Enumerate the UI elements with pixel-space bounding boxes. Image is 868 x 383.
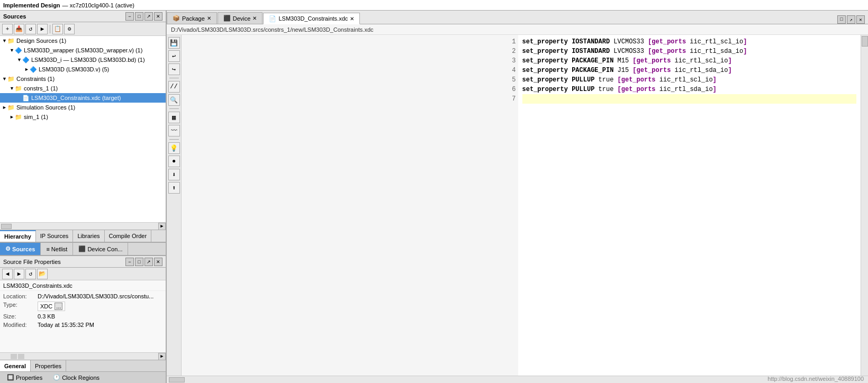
device-tab-icon: ⬛ (223, 15, 231, 22)
bottom-tab-netlist[interactable]: ≡ Netlist (41, 243, 73, 255)
code-line-7[interactable] (522, 94, 857, 104)
clock-regions-label: Clock Regions (62, 375, 100, 381)
vtool-wave-btn[interactable]: 〰 (168, 125, 180, 136)
code-line-1[interactable]: set_property IOSTANDARD LVCMOS33 [get_po… (522, 37, 857, 47)
code-area[interactable]: set_property IOSTANDARD LVCMOS33 [get_po… (518, 35, 861, 376)
editor-max-btn[interactable]: ↗ (847, 15, 855, 24)
h-scroll-thumb[interactable] (1, 224, 12, 229)
xdc-tab-close[interactable]: ✕ (350, 16, 354, 22)
sfp-fwd-btn[interactable]: ▶ (14, 269, 24, 279)
scroll-right-btn[interactable]: ▶ (158, 223, 166, 230)
sfp-filename: LSM303D_Constraints.xdc (0, 280, 166, 291)
tree-item[interactable]: ▼🔷LSM303D_i — LSM303D (LSM303D.bd) (1) (0, 55, 166, 65)
sfp-h-thumb[interactable] (11, 354, 17, 359)
tab-hierarchy[interactable]: Hierarchy (0, 230, 36, 242)
v-scroll-thumb[interactable] (862, 36, 868, 47)
tab-ip-sources[interactable]: IP Sources (36, 230, 74, 242)
sfp-min-btn[interactable]: − (125, 258, 134, 266)
code-line-5[interactable]: set_property PULLUP true [get_ports iic_… (522, 75, 857, 85)
app-title: Implemented Design (3, 2, 60, 8)
tab-package[interactable]: 📦 Package ✕ (167, 12, 217, 24)
tree-item[interactable]: 📄LSM303D_Constraints.xdc (target) (0, 93, 166, 103)
package-tab-label: Package (182, 15, 205, 22)
editor-min-btn[interactable]: □ (837, 15, 846, 24)
maximize-btn[interactable]: ↗ (144, 12, 153, 21)
restore-btn[interactable]: □ (135, 12, 143, 21)
vtool-dot-btn[interactable]: ● (168, 156, 180, 167)
code-line-4[interactable]: set_property PACKAGE_PIN J15 [get_ports … (522, 66, 857, 75)
ln-3: 3 (182, 56, 516, 66)
sfp-content: Location: D:/Vivado/LSM303D/LSM303D.srcs… (0, 291, 166, 352)
vtool-up-btn[interactable]: ⬆ (168, 182, 180, 194)
sfp-type-dropdown-btn[interactable]: ... (55, 303, 62, 310)
sfp-header: Source File Properties − □ ↗ ✕ (0, 256, 166, 268)
device-tab-close[interactable]: ✕ (252, 15, 257, 21)
tree-area[interactable]: ▼📁Design Sources (1)▼🔷LSM303D_wrapper (L… (0, 36, 166, 222)
device-icon: ⬛ (78, 245, 86, 252)
sfp-back-btn[interactable]: ◀ (2, 269, 13, 279)
settings-btn[interactable]: ⚙ (64, 24, 75, 34)
vtool-comment-btn[interactable]: // (168, 81, 180, 93)
compile-btn[interactable]: ▶ (37, 24, 48, 34)
sfp-type-label: Type: (3, 302, 38, 311)
minimize-btn[interactable]: − (125, 12, 134, 21)
sfp-size-value: 0.3 KB (38, 313, 162, 320)
sfp-scroll-h[interactable]: ▶ (0, 352, 166, 360)
clock-regions-item[interactable]: 🕐 Clock Regions (49, 373, 103, 382)
sfp-refresh-btn[interactable]: ↺ (25, 269, 36, 279)
close-btn[interactable]: ✕ (154, 12, 162, 21)
left-panel: Sources − □ ↗ ✕ + 📥 ↺ ▶ 📋 ⚙ ▼📁Design Sou… (0, 11, 167, 383)
vtool-find-btn[interactable]: 🔍 (168, 94, 180, 106)
tab-xdc[interactable]: 📄 LSM303D_Constraints.xdc ✕ (263, 13, 360, 24)
tab-libraries[interactable]: Libraries (73, 230, 104, 242)
tree-scrollbar[interactable]: ▶ (0, 222, 166, 230)
sources-panel-title: Sources (3, 13, 26, 20)
sfp-scroll-right[interactable]: ▶ (158, 353, 166, 360)
sfp-h-thumb2[interactable] (18, 354, 24, 359)
editor-tab-bar: 📦 Package ✕ ⬛ Device ✕ 📄 LSM303D_Constra… (167, 11, 868, 24)
sfp-restore-btn[interactable]: □ (135, 258, 143, 266)
tree-item[interactable]: ►📁sim_1 (1) (0, 112, 166, 122)
vtool-save-btn[interactable]: 💾 (168, 37, 180, 49)
properties-item[interactable]: 🔲 Properties (3, 373, 46, 382)
editor-vscrollbar[interactable] (861, 35, 868, 376)
report-btn[interactable]: 📋 (52, 24, 63, 34)
refresh-btn[interactable]: ↺ (25, 24, 36, 34)
tab-compile-order[interactable]: Compile Order (105, 230, 152, 242)
h-scroll-thumb2[interactable] (169, 377, 185, 382)
code-line-3[interactable]: set_property PACKAGE_PIN M15 [get_ports … (522, 56, 857, 66)
sfp-close-btn[interactable]: ✕ (154, 258, 162, 266)
tree-item[interactable]: ▼📁Design Sources (1) (0, 36, 166, 45)
tab-device[interactable]: ⬛ Device ✕ (218, 12, 263, 24)
bottom-tab-device[interactable]: ⬛ Device Con... (73, 243, 128, 255)
tree-item[interactable]: ▼📁Constraints (1) (0, 74, 166, 84)
sfp-max-btn[interactable]: ↗ (144, 258, 153, 266)
app-subtitle: — xc7z010clg400-1 (active) (62, 2, 134, 8)
editor-close2-btn[interactable]: ✕ (856, 15, 865, 24)
code-line-6[interactable]: set_property PULLUP true [get_ports iic_… (522, 85, 857, 94)
bottom-tab-sources[interactable]: ⚙ Sources (0, 243, 41, 255)
code-line-2[interactable]: set_property IOSTANDARD LVCMOS33 [get_po… (522, 47, 857, 56)
tree-item[interactable]: ▼🔷LSM303D_wrapper (LSM303D_wrapper.v) (1… (0, 45, 166, 55)
vtool-redo-btn[interactable]: ↪ (168, 63, 180, 75)
sfp-toolbar: ◀ ▶ ↺ 📂 (0, 268, 166, 280)
ln-1: 1 (182, 37, 516, 47)
package-tab-close[interactable]: ✕ (207, 15, 211, 21)
sources-panel-header: Sources − □ ↗ ✕ (0, 11, 166, 22)
sfp-tab-general[interactable]: General (0, 360, 31, 371)
tree-item[interactable]: ▼📁constrs_1 (1) (0, 84, 166, 93)
import-btn[interactable]: 📥 (14, 24, 24, 34)
sfp-open-btn[interactable]: 📂 (37, 269, 48, 279)
tree-item[interactable]: ►🔷LSM303D (LSM303D.v) (5) (0, 65, 166, 74)
editor-tab-controls: □ ↗ ✕ (837, 15, 868, 24)
h-scroll-track[interactable] (12, 224, 158, 229)
editor-hscrollbar[interactable] (167, 376, 868, 383)
add-source-btn[interactable]: + (2, 24, 13, 34)
tree-item[interactable]: ►📁Simulation Sources (1) (0, 103, 166, 112)
vtool-hint-btn[interactable]: 💡 (168, 142, 180, 154)
sfp-tab-properties[interactable]: Properties (31, 360, 66, 371)
vtool-table-btn[interactable]: ▦ (168, 112, 180, 123)
vtool-undo-btn[interactable]: ↩ (168, 50, 180, 62)
line-numbers: 1 2 3 4 5 6 7 (182, 35, 518, 376)
vtool-down-btn[interactable]: ⬇ (168, 169, 180, 180)
